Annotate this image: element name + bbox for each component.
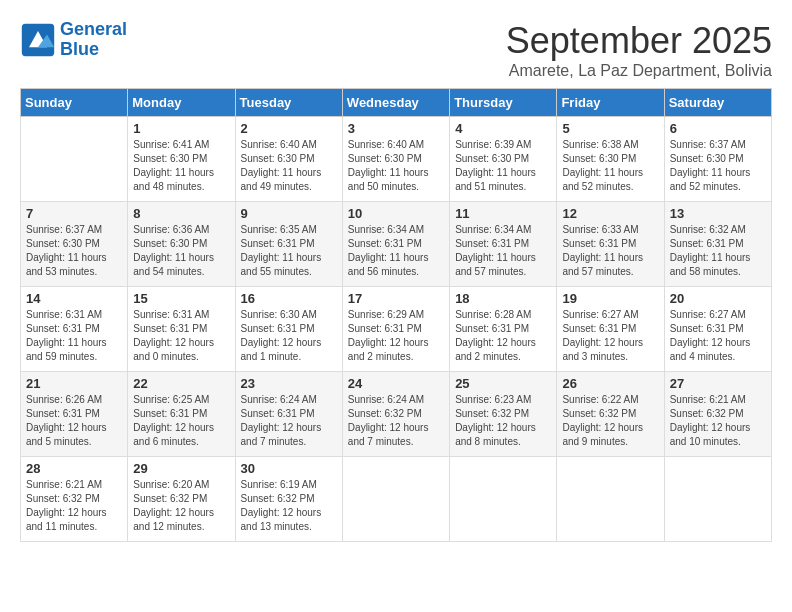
day-number: 8	[133, 206, 229, 221]
calendar-cell: 2Sunrise: 6:40 AM Sunset: 6:30 PM Daylig…	[235, 117, 342, 202]
calendar-cell	[342, 457, 449, 542]
calendar-cell: 23Sunrise: 6:24 AM Sunset: 6:31 PM Dayli…	[235, 372, 342, 457]
day-info: Sunrise: 6:24 AM Sunset: 6:31 PM Dayligh…	[241, 393, 337, 449]
col-thursday: Thursday	[450, 89, 557, 117]
title-block: September 2025 Amarete, La Paz Departmen…	[506, 20, 772, 80]
calendar-cell: 27Sunrise: 6:21 AM Sunset: 6:32 PM Dayli…	[664, 372, 771, 457]
calendar-cell: 14Sunrise: 6:31 AM Sunset: 6:31 PM Dayli…	[21, 287, 128, 372]
logo-line2: Blue	[60, 39, 99, 59]
day-number: 26	[562, 376, 658, 391]
day-number: 29	[133, 461, 229, 476]
day-info: Sunrise: 6:36 AM Sunset: 6:30 PM Dayligh…	[133, 223, 229, 279]
calendar-cell: 6Sunrise: 6:37 AM Sunset: 6:30 PM Daylig…	[664, 117, 771, 202]
day-info: Sunrise: 6:34 AM Sunset: 6:31 PM Dayligh…	[455, 223, 551, 279]
day-number: 13	[670, 206, 766, 221]
calendar-cell	[21, 117, 128, 202]
calendar-cell: 18Sunrise: 6:28 AM Sunset: 6:31 PM Dayli…	[450, 287, 557, 372]
calendar-cell: 8Sunrise: 6:36 AM Sunset: 6:30 PM Daylig…	[128, 202, 235, 287]
calendar-cell: 20Sunrise: 6:27 AM Sunset: 6:31 PM Dayli…	[664, 287, 771, 372]
day-number: 15	[133, 291, 229, 306]
day-number: 11	[455, 206, 551, 221]
day-number: 19	[562, 291, 658, 306]
day-number: 23	[241, 376, 337, 391]
week-row-5: 28Sunrise: 6:21 AM Sunset: 6:32 PM Dayli…	[21, 457, 772, 542]
calendar-cell: 26Sunrise: 6:22 AM Sunset: 6:32 PM Dayli…	[557, 372, 664, 457]
col-monday: Monday	[128, 89, 235, 117]
day-info: Sunrise: 6:34 AM Sunset: 6:31 PM Dayligh…	[348, 223, 444, 279]
calendar-cell: 9Sunrise: 6:35 AM Sunset: 6:31 PM Daylig…	[235, 202, 342, 287]
calendar-cell	[450, 457, 557, 542]
day-number: 9	[241, 206, 337, 221]
day-info: Sunrise: 6:27 AM Sunset: 6:31 PM Dayligh…	[562, 308, 658, 364]
day-info: Sunrise: 6:28 AM Sunset: 6:31 PM Dayligh…	[455, 308, 551, 364]
calendar-cell: 11Sunrise: 6:34 AM Sunset: 6:31 PM Dayli…	[450, 202, 557, 287]
day-info: Sunrise: 6:38 AM Sunset: 6:30 PM Dayligh…	[562, 138, 658, 194]
day-info: Sunrise: 6:26 AM Sunset: 6:31 PM Dayligh…	[26, 393, 122, 449]
col-wednesday: Wednesday	[342, 89, 449, 117]
day-info: Sunrise: 6:22 AM Sunset: 6:32 PM Dayligh…	[562, 393, 658, 449]
day-number: 18	[455, 291, 551, 306]
day-info: Sunrise: 6:37 AM Sunset: 6:30 PM Dayligh…	[26, 223, 122, 279]
day-number: 24	[348, 376, 444, 391]
col-tuesday: Tuesday	[235, 89, 342, 117]
calendar-cell: 15Sunrise: 6:31 AM Sunset: 6:31 PM Dayli…	[128, 287, 235, 372]
calendar-cell: 29Sunrise: 6:20 AM Sunset: 6:32 PM Dayli…	[128, 457, 235, 542]
day-info: Sunrise: 6:39 AM Sunset: 6:30 PM Dayligh…	[455, 138, 551, 194]
calendar-cell: 30Sunrise: 6:19 AM Sunset: 6:32 PM Dayli…	[235, 457, 342, 542]
day-number: 7	[26, 206, 122, 221]
calendar-table: Sunday Monday Tuesday Wednesday Thursday…	[20, 88, 772, 542]
calendar-body: 1Sunrise: 6:41 AM Sunset: 6:30 PM Daylig…	[21, 117, 772, 542]
page-header: General Blue September 2025 Amarete, La …	[20, 20, 772, 80]
calendar-cell: 12Sunrise: 6:33 AM Sunset: 6:31 PM Dayli…	[557, 202, 664, 287]
day-number: 10	[348, 206, 444, 221]
day-info: Sunrise: 6:24 AM Sunset: 6:32 PM Dayligh…	[348, 393, 444, 449]
day-info: Sunrise: 6:41 AM Sunset: 6:30 PM Dayligh…	[133, 138, 229, 194]
day-number: 17	[348, 291, 444, 306]
calendar-header: Sunday Monday Tuesday Wednesday Thursday…	[21, 89, 772, 117]
calendar-cell: 7Sunrise: 6:37 AM Sunset: 6:30 PM Daylig…	[21, 202, 128, 287]
col-saturday: Saturday	[664, 89, 771, 117]
col-friday: Friday	[557, 89, 664, 117]
week-row-2: 7Sunrise: 6:37 AM Sunset: 6:30 PM Daylig…	[21, 202, 772, 287]
day-number: 20	[670, 291, 766, 306]
calendar-cell: 13Sunrise: 6:32 AM Sunset: 6:31 PM Dayli…	[664, 202, 771, 287]
col-sunday: Sunday	[21, 89, 128, 117]
calendar-cell: 19Sunrise: 6:27 AM Sunset: 6:31 PM Dayli…	[557, 287, 664, 372]
calendar-cell: 4Sunrise: 6:39 AM Sunset: 6:30 PM Daylig…	[450, 117, 557, 202]
day-info: Sunrise: 6:19 AM Sunset: 6:32 PM Dayligh…	[241, 478, 337, 534]
day-number: 1	[133, 121, 229, 136]
day-number: 12	[562, 206, 658, 221]
logo-icon	[20, 22, 56, 58]
calendar-cell: 24Sunrise: 6:24 AM Sunset: 6:32 PM Dayli…	[342, 372, 449, 457]
day-info: Sunrise: 6:21 AM Sunset: 6:32 PM Dayligh…	[26, 478, 122, 534]
calendar-cell: 3Sunrise: 6:40 AM Sunset: 6:30 PM Daylig…	[342, 117, 449, 202]
calendar-cell: 25Sunrise: 6:23 AM Sunset: 6:32 PM Dayli…	[450, 372, 557, 457]
day-number: 16	[241, 291, 337, 306]
day-number: 27	[670, 376, 766, 391]
day-number: 21	[26, 376, 122, 391]
day-info: Sunrise: 6:29 AM Sunset: 6:31 PM Dayligh…	[348, 308, 444, 364]
logo: General Blue	[20, 20, 127, 60]
calendar-cell: 1Sunrise: 6:41 AM Sunset: 6:30 PM Daylig…	[128, 117, 235, 202]
day-info: Sunrise: 6:23 AM Sunset: 6:32 PM Dayligh…	[455, 393, 551, 449]
day-info: Sunrise: 6:33 AM Sunset: 6:31 PM Dayligh…	[562, 223, 658, 279]
header-row: Sunday Monday Tuesday Wednesday Thursday…	[21, 89, 772, 117]
day-number: 25	[455, 376, 551, 391]
day-number: 6	[670, 121, 766, 136]
calendar-cell: 28Sunrise: 6:21 AM Sunset: 6:32 PM Dayli…	[21, 457, 128, 542]
month-title: September 2025	[506, 20, 772, 62]
day-info: Sunrise: 6:32 AM Sunset: 6:31 PM Dayligh…	[670, 223, 766, 279]
day-number: 5	[562, 121, 658, 136]
logo-text: General Blue	[60, 20, 127, 60]
calendar-cell	[557, 457, 664, 542]
day-info: Sunrise: 6:40 AM Sunset: 6:30 PM Dayligh…	[241, 138, 337, 194]
day-info: Sunrise: 6:31 AM Sunset: 6:31 PM Dayligh…	[133, 308, 229, 364]
week-row-3: 14Sunrise: 6:31 AM Sunset: 6:31 PM Dayli…	[21, 287, 772, 372]
day-number: 22	[133, 376, 229, 391]
day-number: 2	[241, 121, 337, 136]
calendar-cell: 22Sunrise: 6:25 AM Sunset: 6:31 PM Dayli…	[128, 372, 235, 457]
day-number: 30	[241, 461, 337, 476]
calendar-cell: 17Sunrise: 6:29 AM Sunset: 6:31 PM Dayli…	[342, 287, 449, 372]
day-info: Sunrise: 6:27 AM Sunset: 6:31 PM Dayligh…	[670, 308, 766, 364]
calendar-cell	[664, 457, 771, 542]
